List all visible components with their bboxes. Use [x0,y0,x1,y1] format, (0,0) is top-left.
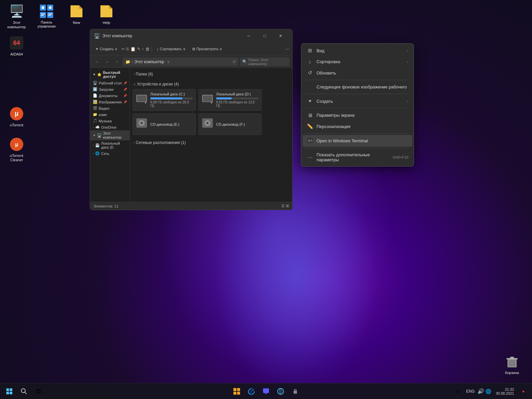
desktop-icon-aida64[interactable]: 64 AIDA64 [3,35,30,57]
address-refresh-icon[interactable]: ↺ [232,60,236,64]
sidebar-documents-label: Документы [99,94,118,98]
sidebar-downloads-icon: ⬇️ [93,87,97,91]
sidebar-item-downloads[interactable]: ⬇️ Загрузки 📌 [90,86,130,92]
cut-icon[interactable]: ✂ [121,47,125,52]
back-button[interactable]: ← [93,58,101,66]
status-text: Элементов: 11 [93,204,118,208]
cm-refresh[interactable]: ↺ Обновить [303,67,412,78]
rename-icon[interactable]: ✎ [137,47,141,52]
delete-icon[interactable]: 🗑 [145,47,150,52]
sidebar-item-desktop[interactable]: 🖥️ Рабочий стол 📌 [90,80,130,86]
desktop-icon-new[interactable]: New [63,3,90,29]
create-button[interactable]: ✦ Создать ∨ [93,45,120,54]
drive-e[interactable]: CD-дисковод (E:) [133,113,196,135]
taskbar-chevron-up[interactable]: ∧ [453,387,462,396]
cm-create-arrow: › [407,99,408,103]
svg-text:64: 64 [13,40,20,46]
sidebar-quick-access[interactable]: ▼ ⭐ Быстрый доступ [90,69,130,80]
cm-create-icon: ✦ [307,98,313,104]
sidebar-item-this-pc[interactable]: ▼ 🖥️ Этот компьютер [90,130,130,140]
up-button[interactable]: ↑ [113,58,121,66]
taskbar-chat-button[interactable] [259,385,273,398]
drive-c-info: Локальный диск (C:) 6,89 ГБ свободно из … [150,92,193,108]
control-panel-label: Панельуправления [38,21,56,29]
cm-create[interactable]: ✦ Создать › [303,95,412,107]
taskbar-sys-tray: ENG 🔊 🌐 [465,388,491,394]
taskbar-security-button[interactable] [289,385,302,398]
sidebar-item-documents[interactable]: 📄 Документы 📌 [90,92,130,99]
taskbar-lang[interactable]: ENG [465,389,476,394]
sidebar-item-images[interactable]: 🖼️ Изображения 📌 [90,99,130,105]
sidebar-item-onedrive[interactable]: › ☁️ OneDrive [90,124,130,130]
grid-view-icon[interactable]: ⊞ [286,204,289,208]
cm-sort[interactable]: ↕ Сортировка › [303,56,412,67]
cm-wallpaper-icon: ○ [307,84,313,90]
svg-rect-45 [10,388,12,391]
sidebar-item-video[interactable]: 🎬 Видео [90,105,130,111]
sidebar-item-music[interactable]: 🎵 Музыка [90,118,130,124]
cm-more[interactable]: ⋯ Показать дополнительные параметры Shif… [303,150,412,165]
taskbar-notification-icon[interactable]: ● [519,387,528,396]
copy-icon[interactable]: ⎘ [126,47,129,52]
drive-d-icon [201,93,213,107]
svg-rect-53 [237,392,240,395]
network-expand-icon: › [133,141,134,145]
taskbar-start-button[interactable] [3,385,16,398]
list-view-icon[interactable]: ☰ [281,204,285,208]
desktop-icon-help[interactable]: Help [93,3,120,29]
drive-f[interactable]: CD-дисковод (F:) [199,113,262,135]
cm-view[interactable]: ⊞ Вид › [303,45,412,56]
cm-wallpaper[interactable]: ○ Следующее фоновое изображение рабочего [303,81,412,92]
utorrent-cleaner-label: uTorrentCleaner [10,154,23,162]
minimize-button[interactable]: ─ [241,31,256,41]
taskbar-explorer-button[interactable] [230,385,243,398]
desktop-icon-this-pc[interactable]: 🖥️ Этот компьютер [3,3,30,29]
maximize-button[interactable]: □ [257,31,272,41]
taskbar-view-button[interactable]: ⧉ [32,385,45,398]
taskbar-clock[interactable]: 21:32 30.08.2021 [494,386,516,397]
desktop-icon-utorrent[interactable]: µ uTorrent [3,106,30,127]
drive-c[interactable]: Локальный диск (C:) 6,89 ГБ свободно из … [133,89,196,111]
taskbar-edge-button[interactable] [245,385,258,398]
desktop-icon-utorrent-cleaner[interactable]: µ uTorrentCleaner [3,136,30,162]
svg-text:µ: µ [15,110,19,117]
share-icon[interactable]: ↑ [142,47,144,52]
forward-button[interactable]: → [103,58,111,66]
sidebar-comp-icon: 📁 [93,112,97,117]
view-toggle: ☰ ⊞ [281,204,289,208]
view-button[interactable]: ⊞ Просмотреть ∨ [190,45,225,54]
explorer-titlebar: 🖥️ Этот компьютер ─ □ ✕ [90,29,292,43]
taskbar-network-icon[interactable]: 🌐 [485,389,491,394]
taskbar-center [230,385,302,398]
cm-terminal[interactable]: C:\ Open in Windows Terminal [303,135,412,147]
taskbar-search-button[interactable] [17,385,31,398]
devices-header[interactable]: ∨ Устройства и диски (4) [133,80,290,88]
network-header[interactable]: › Сетевые расположения (1) [133,139,290,146]
paste-icon[interactable]: 📋 [130,47,136,52]
drive-c-bar-bg [150,97,193,99]
devices-expand-icon: ∨ [133,82,136,86]
close-button[interactable]: ✕ [273,31,288,41]
network-label: Сетевые расположения (1) [136,140,186,145]
drive-c-name: Локальный диск (C:) [150,92,193,96]
folders-header[interactable]: › Папки (6) [133,70,290,78]
address-bar[interactable]: 📁 › Этот компьютер ∨ ↺ [123,58,238,66]
desktop-icon-recycle-bin[interactable]: Корзина [499,353,525,379]
taskbar-widgets-button[interactable] [274,385,287,398]
drive-d-free: 8,55 ГБ свободно из 13,6 ГБ [216,100,259,108]
sidebar-item-comp[interactable]: 📁 комп [90,111,130,118]
cm-personalize[interactable]: ✏️ Персонализация [303,121,412,132]
taskbar-volume-icon[interactable]: 🔊 [477,388,484,394]
address-dropdown-icon: ∨ [167,60,170,64]
more-icon[interactable]: ⋯ [285,47,290,52]
cm-display[interactable]: 🖥 Параметры экрана [303,110,412,121]
svg-text:C:\: C:\ [308,139,312,142]
sidebar-item-network[interactable]: › 🌐 Сеть [90,150,130,157]
drive-d[interactable]: Локальный диск (D:) 8,55 ГБ свободно из … [199,89,262,111]
sort-button[interactable]: ↕ Сортировать ∨ [154,45,188,54]
cm-sort-label: Сортировка [317,59,404,64]
taskbar-date: 30.08.2021 [496,391,514,395]
sidebar-item-local-d[interactable]: › 💾 Локальный диск (D [90,140,130,150]
search-bar[interactable]: 🔍 Поиск: Этот компьютер [240,58,290,66]
desktop-icon-control-panel[interactable]: Панельуправления [33,3,60,29]
